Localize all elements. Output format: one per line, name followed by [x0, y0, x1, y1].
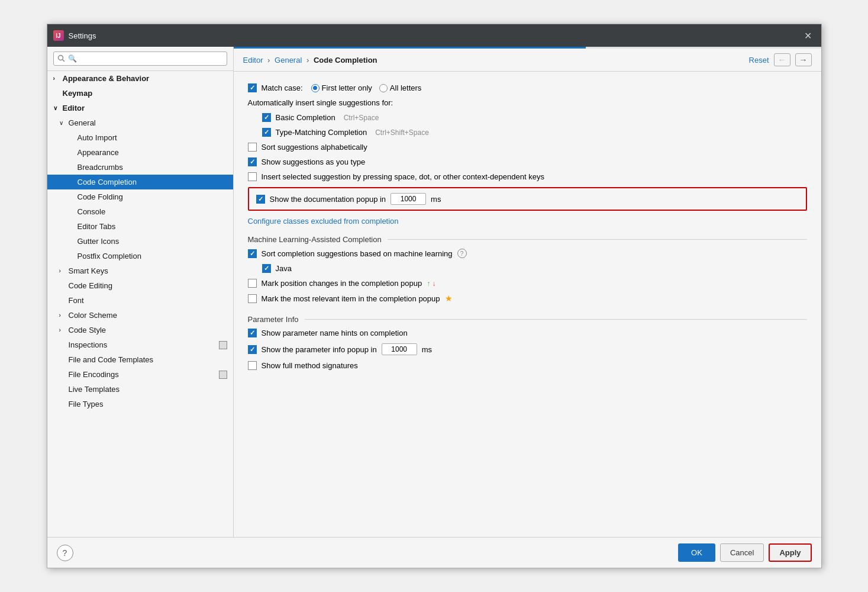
sidebar-item-inspections[interactable]: Inspections [47, 337, 233, 352]
settings-panel: Match case: First letter only All letter… [234, 72, 821, 537]
chevron-icon: › [59, 268, 66, 274]
search-box [47, 47, 233, 71]
radio-group-match-case: First letter only All letters [311, 83, 422, 92]
sidebar-item-label: Console [78, 207, 106, 216]
sidebar-item-general[interactable]: ∨ General [47, 115, 233, 130]
sidebar-item-file-code-templates[interactable]: File and Code Templates [47, 352, 233, 367]
show-doc-popup-checkbox[interactable] [256, 195, 265, 204]
sidebar-item-file-encodings[interactable]: File Encodings [47, 367, 233, 382]
sidebar-item-font[interactable]: Font [47, 293, 233, 308]
show-doc-popup-input[interactable]: 1000 [391, 193, 426, 205]
dialog-title: Settings [69, 31, 96, 40]
sidebar-item-label: Inspections [69, 340, 108, 349]
mark-relevant-label: Mark the most relevant item in the compl… [262, 294, 440, 303]
star-icon: ★ [445, 294, 453, 303]
radio-first-letter-label: First letter only [322, 83, 372, 92]
search-input[interactable] [53, 52, 227, 66]
breadcrumb-sep2: › [306, 56, 309, 65]
cancel-button[interactable]: Cancel [720, 543, 764, 562]
sidebar-item-label: Code Editing [69, 281, 112, 290]
breadcrumb-sep1: › [267, 56, 270, 65]
basic-completion-checkbox[interactable] [262, 113, 271, 122]
nav-forward-button[interactable]: → [795, 53, 812, 66]
sort-alpha-row: Sort suggestions alphabetically [248, 143, 807, 152]
sidebar-item-label: Editor [63, 104, 85, 112]
show-param-popup-input[interactable]: 1000 [382, 343, 417, 355]
sidebar-item-smart-keys[interactable]: › Smart Keys [47, 263, 233, 278]
radio-all-letters-circle [379, 84, 388, 92]
ml-section-label: Machine Learning-Assisted Completion [248, 235, 382, 244]
java-checkbox[interactable] [262, 264, 271, 273]
apply-button[interactable]: Apply [769, 543, 811, 562]
sidebar-item-code-style[interactable]: › Code Style [47, 323, 233, 337]
auto-insert-label-row: Automatically insert single suggestions … [248, 98, 807, 107]
sidebar-item-label: Appearance [78, 148, 119, 157]
type-matching-row: Type-Matching Completion Ctrl+Shift+Spac… [248, 128, 807, 137]
sidebar-item-label: Code Style [69, 326, 107, 334]
show-param-popup-row: Show the parameter info popup in 1000 ms [248, 343, 807, 355]
radio-all-letters[interactable]: All letters [379, 83, 421, 92]
sidebar-item-appearance-behavior[interactable]: › Appearance & Behavior [47, 71, 233, 86]
match-case-checkbox[interactable] [248, 83, 257, 92]
show-suggestions-checkbox[interactable] [248, 157, 257, 166]
help-icon[interactable]: ? [457, 249, 467, 258]
sidebar-item-postfix-completion[interactable]: Postfix Completion [47, 249, 233, 263]
main-content: Editor › General › Code Completion Reset… [234, 47, 821, 537]
sidebar-item-keymap[interactable]: Keymap [47, 86, 233, 101]
java-row: Java [248, 264, 807, 273]
sidebar-item-label: Editor Tabs [78, 222, 116, 231]
footer-buttons: OK Cancel Apply [678, 543, 811, 562]
nav-back-button[interactable]: ← [774, 53, 790, 66]
radio-first-letter[interactable]: First letter only [311, 83, 372, 92]
sidebar-item-appearance[interactable]: Appearance [47, 145, 233, 160]
sidebar-item-live-templates[interactable]: Live Templates [47, 382, 233, 397]
sidebar-item-editor[interactable]: ∨ Editor [47, 101, 233, 115]
breadcrumb-editor[interactable]: Editor [243, 56, 263, 65]
sidebar-item-file-types[interactable]: File Types [47, 397, 233, 411]
show-full-method-checkbox[interactable] [248, 361, 257, 370]
show-param-hints-checkbox[interactable] [248, 329, 257, 337]
ml-sort-checkbox[interactable] [248, 249, 257, 258]
arrow-up-icon: ↑ [427, 279, 430, 288]
configure-link[interactable]: Configure classes excluded from completi… [248, 217, 399, 226]
sidebar-item-gutter-icons[interactable]: Gutter Icons [47, 234, 233, 249]
show-doc-popup-unit: ms [431, 195, 441, 204]
sidebar-item-breadcrumbs[interactable]: Breadcrumbs [47, 160, 233, 175]
sidebar-item-label: File and Code Templates [69, 355, 154, 364]
sidebar-item-label: Code Completion [78, 178, 137, 186]
sidebar-item-label: Breadcrumbs [78, 163, 123, 172]
radio-all-letters-label: All letters [390, 83, 421, 92]
close-button[interactable]: ✕ [801, 29, 815, 43]
basic-completion-row: Basic Completion Ctrl+Space [248, 113, 807, 122]
sidebar-item-code-editing[interactable]: Code Editing [47, 278, 233, 293]
sidebar-item-console[interactable]: Console [47, 204, 233, 219]
radio-first-letter-circle [311, 84, 320, 92]
sort-alpha-checkbox[interactable] [248, 143, 257, 152]
ok-button[interactable]: OK [678, 543, 715, 562]
type-matching-checkbox[interactable] [262, 128, 271, 137]
mark-relevant-row: Mark the most relevant item in the compl… [248, 294, 807, 303]
sidebar-item-code-folding[interactable]: Code Folding [47, 189, 233, 204]
insert-selected-checkbox[interactable] [248, 172, 257, 181]
help-button[interactable]: ? [57, 545, 73, 561]
show-param-popup-checkbox[interactable] [248, 345, 257, 354]
mark-position-row: Mark position changes in the completion … [248, 279, 807, 288]
sidebar-item-editor-tabs[interactable]: Editor Tabs [47, 219, 233, 234]
progress-bar [234, 47, 586, 49]
sidebar-item-code-completion[interactable]: Code Completion [47, 175, 233, 189]
reset-link[interactable]: Reset [749, 56, 769, 65]
sidebar-item-label: Postfix Completion [78, 252, 141, 260]
sidebar: › Appearance & Behavior Keymap ∨ Editor … [47, 47, 234, 537]
dialog-body: › Appearance & Behavior Keymap ∨ Editor … [47, 47, 821, 537]
mark-relevant-checkbox[interactable] [248, 294, 257, 303]
ml-sort-label: Sort completion suggestions based on mac… [262, 249, 453, 258]
show-full-method-row: Show full method signatures [248, 361, 807, 370]
sidebar-item-label: Auto Import [78, 133, 117, 142]
sidebar-item-color-scheme[interactable]: › Color Scheme [47, 308, 233, 323]
mark-position-checkbox[interactable] [248, 279, 257, 288]
ml-section-header: Machine Learning-Assisted Completion [248, 235, 807, 244]
doc-popup-highlighted-row: Show the documentation popup in 1000 ms [248, 187, 807, 211]
sidebar-item-auto-import[interactable]: Auto Import [47, 130, 233, 145]
type-matching-label: Type-Matching Completion [276, 128, 367, 137]
breadcrumb-general[interactable]: General [275, 56, 302, 65]
